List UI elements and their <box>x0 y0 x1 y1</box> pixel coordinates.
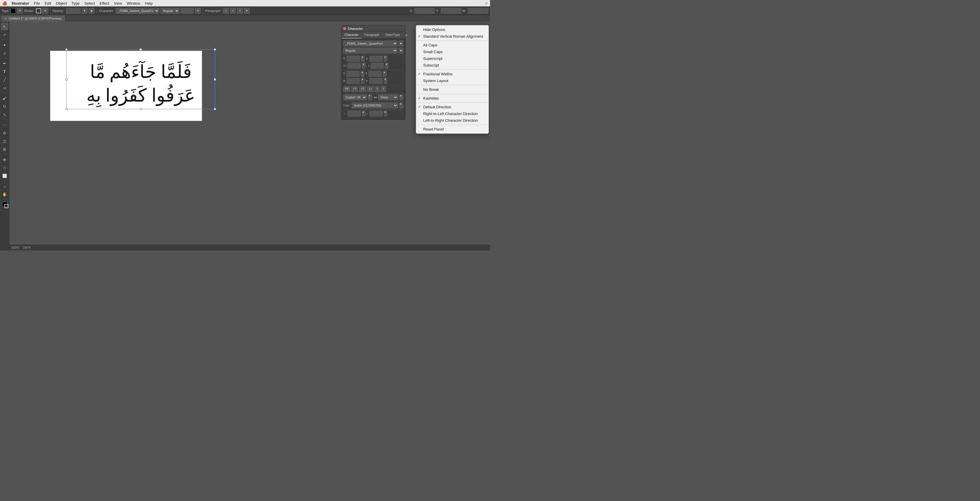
menu-select[interactable]: Select <box>84 1 95 6</box>
y-input[interactable]: 5.8113 in <box>441 8 461 14</box>
hand-btn[interactable]: ✋ <box>1 190 8 198</box>
track-v-input[interactable]: 0 <box>369 111 383 116</box>
rotate-btn[interactable]: ↻ <box>1 102 8 110</box>
style-select[interactable]: Regular <box>161 8 180 14</box>
knife-btn[interactable]: ◇ <box>1 164 8 171</box>
track-h-input[interactable]: 0 <box>348 111 361 116</box>
baseline-input[interactable]: 0 pt <box>347 78 360 84</box>
menu-item-superscript[interactable]: Superscript <box>416 55 488 62</box>
menu-file[interactable]: File <box>34 1 40 6</box>
document-tab[interactable]: ✕ Untitled-1* @ 600% (CMYK/Preview) <box>1 15 65 22</box>
panel-options-btn[interactable]: ≡ <box>403 32 410 38</box>
align-center-btn[interactable]: ≡ <box>230 8 236 14</box>
w-input[interactable]: 1.288 in <box>468 8 488 14</box>
tab-close-icon[interactable]: ✕ <box>5 17 7 20</box>
arabic-text-content[interactable]: فَلَمَّا جَآءَهُم مَّا عَرَفُوا كَفَرُوا… <box>68 60 214 107</box>
italic-btn[interactable]: TT <box>351 86 358 92</box>
eraser-btn[interactable]: ⬜ <box>1 172 8 180</box>
handle-tc[interactable] <box>140 48 142 51</box>
font-style-select[interactable]: Regular <box>343 48 398 53</box>
digits-select[interactable]: Arabic (0123456789) <box>352 102 398 108</box>
opacity-input[interactable]: 100% <box>66 8 81 14</box>
panel-close-btn[interactable] <box>343 27 346 30</box>
align-right-btn[interactable]: ≡ <box>237 8 243 14</box>
handle-mr[interactable] <box>214 78 216 80</box>
fill-color[interactable] <box>11 8 16 13</box>
fill-options-btn[interactable]: ▼ <box>17 8 23 14</box>
stroke-color[interactable] <box>36 8 41 13</box>
fill-tool[interactable] <box>2 202 7 207</box>
size-input[interactable]: 12 pt <box>181 8 194 14</box>
menu-edit[interactable]: Edit <box>45 1 51 6</box>
tracking-input[interactable]: 0 <box>371 63 384 69</box>
style-dropdown-btn[interactable]: ▼ <box>399 48 403 53</box>
menu-item-system-layout[interactable]: System Layout <box>416 77 488 84</box>
shape-builder-btn[interactable]: ⊕ <box>1 156 8 163</box>
menu-item-reset-panel[interactable]: Reset Panel <box>416 126 488 132</box>
track-h-stepper[interactable]: ▼ <box>362 111 365 116</box>
allcaps-btn[interactable]: TT <box>359 86 366 92</box>
tab-character[interactable]: Character <box>342 32 361 38</box>
size-options-btn[interactable]: ▼ <box>195 8 201 14</box>
kerning-stepper[interactable]: ▼ <box>362 63 365 69</box>
stroke-tool[interactable] <box>5 204 8 208</box>
menu-item-no-break[interactable]: No Break <box>416 86 488 93</box>
menu-item-right-to-left-character-direction[interactable]: Right-to-Left Character Direction <box>416 110 488 117</box>
handle-br[interactable] <box>214 108 216 110</box>
tracking-stepper[interactable]: ▼ <box>385 63 388 69</box>
rotation-input[interactable]: 0° <box>369 78 383 84</box>
antialiasing-select[interactable]: Sharp <box>378 94 398 100</box>
apple-menu[interactable]: 🍎 <box>2 1 7 6</box>
smallcaps-btn[interactable]: Tт <box>367 86 374 92</box>
leading-stepper[interactable]: ▼ <box>384 56 387 62</box>
scale-v-stepper[interactable]: ▼ <box>383 71 387 77</box>
magic-wand-btn[interactable]: ✦ <box>1 41 8 49</box>
eyedropper-btn[interactable]: ⊘ <box>1 129 8 137</box>
opacity-options-btn[interactable]: ▼ <box>82 8 88 14</box>
line-btn[interactable]: ╱ <box>1 76 8 83</box>
aa-icon[interactable]: aa <box>374 96 377 99</box>
handle-tl[interactable] <box>65 48 67 51</box>
font-dropdown-btn[interactable]: ▼ <box>399 41 403 46</box>
direct-select-btn[interactable]: ↗ <box>1 31 8 38</box>
paintbrush-btn[interactable]: 🖌 <box>1 94 8 102</box>
digits-stepper[interactable]: ▼ <box>399 102 403 108</box>
gradient-btn[interactable]: ◫ <box>1 137 8 145</box>
menu-item-small-caps[interactable]: Small Caps <box>416 48 488 55</box>
size-stepper[interactable]: ▼ <box>361 56 364 62</box>
menu-item-hide-options[interactable]: Hide Options <box>416 26 488 33</box>
lasso-btn[interactable]: ⌾ <box>1 49 8 57</box>
pen-btn[interactable]: ✒ <box>1 59 8 67</box>
x-input[interactable]: 4.5366 in <box>414 8 435 14</box>
menu-type[interactable]: Type <box>72 1 80 6</box>
zoom-btn[interactable]: ⌕ <box>1 182 8 190</box>
scale-v-input[interactable]: 100% <box>369 71 382 77</box>
menu-item-subscript[interactable]: Subscript <box>416 62 488 69</box>
super-btn[interactable]: T <box>374 86 380 92</box>
language-select[interactable]: English: UK <box>343 94 367 100</box>
menu-help[interactable]: Help <box>145 1 153 6</box>
blend-btn[interactable]: ⋯ <box>1 121 8 128</box>
language-stepper[interactable]: ▼ <box>368 94 372 100</box>
scale-btn[interactable]: ⤡ <box>1 111 8 118</box>
menu-item-kashidas[interactable]: Kashidas <box>416 95 488 102</box>
para-options-btn[interactable]: ▼ <box>244 8 250 14</box>
align-left-btn[interactable]: ≡ <box>223 8 229 14</box>
handle-tr[interactable] <box>214 48 216 51</box>
style-icon[interactable]: ◉ <box>89 8 95 14</box>
kerning-input[interactable]: Auto <box>348 63 361 69</box>
mesh-btn[interactable]: ⊞ <box>1 145 8 153</box>
track-v-stepper[interactable]: ▼ <box>384 111 387 116</box>
baseline-stepper[interactable]: ▼ <box>361 78 364 84</box>
bold-btn[interactable]: TT <box>343 86 350 92</box>
rect-btn[interactable]: ▭ <box>1 84 8 92</box>
font-family-select[interactable]: _PDMS_Saleem_QuranFont <box>343 41 398 46</box>
tab-paragraph[interactable]: Paragraph <box>361 32 382 38</box>
menu-view[interactable]: View <box>114 1 122 6</box>
stroke-options-btn[interactable]: ▼ <box>42 8 48 14</box>
menu-item-left-to-right-character-direction[interactable]: Left-to-Right Character Direction <box>416 117 488 124</box>
scale-h-stepper[interactable]: ▼ <box>361 71 364 77</box>
font-size-input[interactable]: 12 pt <box>347 56 360 62</box>
tab-opentype[interactable]: OpenType <box>382 32 403 38</box>
menu-item-all-caps[interactable]: All Caps <box>416 42 488 48</box>
